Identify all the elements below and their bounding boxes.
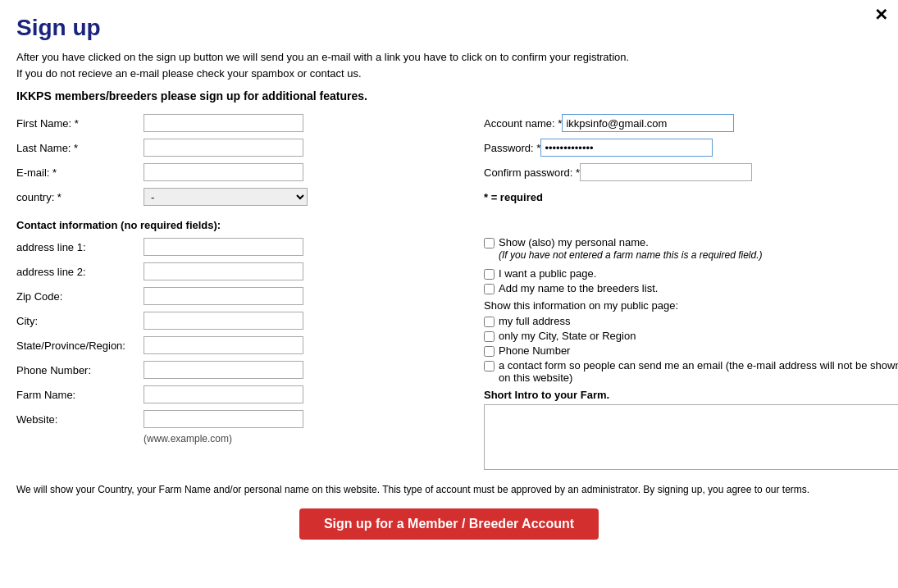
full-address-label: my full address [499, 315, 570, 327]
farm-input[interactable] [144, 385, 303, 403]
member-note: IKKPS members/breeders please sign up fo… [16, 89, 882, 103]
city-state-row: only my City, State or Region [484, 330, 898, 342]
show-name-note: (If you have not entered a farm name thi… [499, 249, 763, 261]
country-row: country: * - [16, 186, 476, 207]
address2-label: address line 2: [16, 266, 144, 278]
top-left-col: First Name: * Last Name: * E-mail: * cou… [16, 112, 476, 211]
country-label: country: * [16, 191, 144, 203]
address1-label: address line 1: [16, 241, 144, 253]
phone-label: Phone Number: [16, 364, 144, 376]
full-address-row: my full address [484, 315, 898, 327]
zip-label: Zip Code: [16, 290, 144, 303]
public-page-label: I want a public page. [499, 267, 596, 280]
address2-input[interactable] [144, 262, 303, 280]
address1-row: address line 1: [16, 236, 476, 258]
public-page-checkbox[interactable] [484, 269, 495, 280]
account-name-input[interactable] [562, 114, 734, 132]
website-hint: (www.example.com) [144, 433, 476, 444]
breeders-list-label: Add my name to the breeders list. [499, 282, 658, 294]
contact-form-label: a contact form so people can send me an … [499, 359, 898, 384]
show-name-label: Show (also) my personal name. [499, 236, 649, 248]
confirm-password-input[interactable] [580, 163, 752, 181]
phone-number-label: Phone Number [499, 344, 570, 357]
city-state-checkbox[interactable] [484, 331, 495, 342]
state-input[interactable] [144, 336, 303, 354]
website-input[interactable] [144, 410, 303, 428]
first-name-row: First Name: * [16, 112, 476, 134]
full-address-checkbox[interactable] [484, 317, 495, 327]
farm-row: Farm Name: [16, 384, 476, 405]
first-name-input[interactable] [144, 114, 303, 132]
website-label: Website: [16, 413, 144, 426]
last-name-input[interactable] [144, 139, 303, 157]
contact-right-col: Show (also) my personal name. (If you ha… [476, 236, 898, 472]
account-name-label: Account name: * [484, 117, 562, 130]
password-row: Password: * [484, 137, 882, 158]
country-select[interactable]: - [144, 188, 308, 206]
phone-input[interactable] [144, 361, 303, 379]
password-label: Password: * [484, 142, 540, 154]
required-note: * = required [484, 191, 543, 203]
bottom-text: We will show your Country, your Farm Nam… [16, 482, 882, 497]
address2-row: address line 2: [16, 261, 476, 282]
confirm-password-row: Confirm password: * [484, 162, 882, 183]
show-name-row: Show (also) my personal name. (If you ha… [484, 236, 898, 261]
phone-number-row: Phone Number [484, 344, 898, 357]
farm-label: Farm Name: [16, 389, 144, 401]
required-note-row: * = required [484, 186, 882, 207]
zip-row: Zip Code: [16, 285, 476, 307]
account-name-row: Account name: * [484, 112, 882, 134]
phone-number-checkbox[interactable] [484, 346, 495, 357]
close-button[interactable]: ✕ [874, 7, 888, 23]
first-name-label: First Name: * [16, 117, 144, 130]
email-row: E-mail: * [16, 162, 476, 183]
show-info-heading: Show this information on my public page: [484, 299, 898, 312]
last-name-label: Last Name: * [16, 142, 144, 154]
short-intro-textarea[interactable] [484, 404, 898, 470]
last-name-row: Last Name: * [16, 137, 476, 158]
city-label: City: [16, 315, 144, 327]
email-label: E-mail: * [16, 166, 144, 179]
contact-section: address line 1: address line 2: Zip Code… [16, 236, 882, 472]
intro-text: After you have clicked on the sign up bu… [16, 49, 882, 81]
confirm-password-label: Confirm password: * [484, 166, 580, 179]
short-intro-label: Short Intro to your Farm. [484, 389, 898, 401]
phone-row: Phone Number: [16, 359, 476, 381]
top-right-col: Account name: * Password: * Confirm pass… [476, 112, 882, 211]
contact-heading: Contact information (no required fields)… [16, 219, 882, 231]
show-name-checkbox[interactable] [484, 238, 495, 248]
website-row: Website: [16, 408, 476, 430]
short-intro-section: Short Intro to your Farm. [484, 389, 898, 472]
contact-left-col: address line 1: address line 2: Zip Code… [16, 236, 476, 472]
email-input[interactable] [144, 163, 303, 181]
page-title: Sign up [16, 15, 882, 41]
address1-input[interactable] [144, 238, 303, 256]
public-page-row: I want a public page. [484, 267, 898, 280]
breeders-list-row: Add my name to the breeders list. [484, 282, 898, 294]
breeders-list-checkbox[interactable] [484, 284, 495, 294]
zip-input[interactable] [144, 287, 303, 305]
city-state-label: only my City, State or Region [499, 330, 636, 342]
top-fields-section: First Name: * Last Name: * E-mail: * cou… [16, 112, 882, 211]
password-input[interactable] [540, 139, 713, 157]
state-label: State/Province/Region: [16, 340, 144, 352]
contact-form-row: a contact form so people can send me an … [484, 359, 898, 384]
signup-modal: ✕ Sign up After you have clicked on the … [0, 0, 898, 588]
signup-button[interactable]: Sign up for a Member / Breeder Account [299, 508, 599, 540]
city-row: City: [16, 310, 476, 331]
city-input[interactable] [144, 312, 303, 330]
contact-form-checkbox[interactable] [484, 361, 495, 371]
state-row: State/Province/Region: [16, 335, 476, 356]
